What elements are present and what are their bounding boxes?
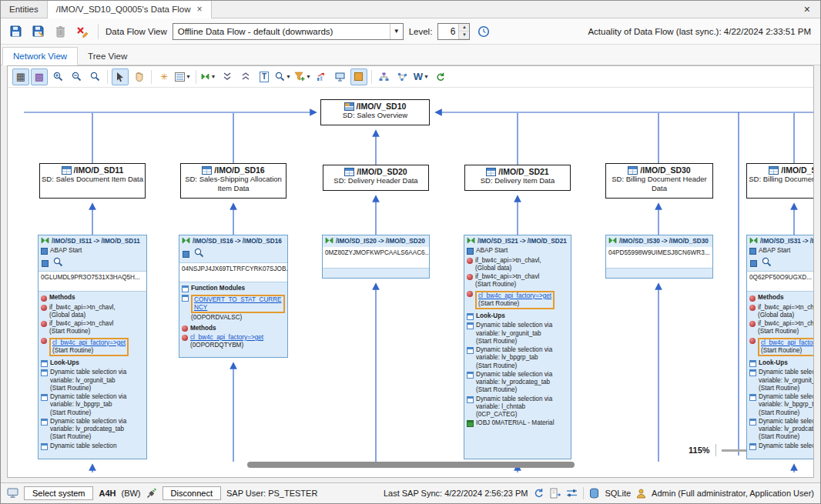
zoom-reset-icon[interactable] [86,68,103,85]
zoom-separator [715,444,716,456]
node-title: /IMO/D_SD31 [781,165,813,175]
data-flow-view-select[interactable]: Offline Data Flow - default (downwards) … [173,23,404,40]
actuality-text: Actuality of Data Flow (last sync.): 4/2… [588,27,814,36]
card-body: Methodsif_bw4c_api=>tn_chavl,(Global dat… [39,292,146,459]
zoom-in-icon[interactable] [49,68,66,85]
text-mode-icon[interactable]: T [256,68,273,85]
delete-icon[interactable] [52,23,69,40]
data-node[interactable]: /IMO/D_SD31SD: Billing Document Item Dat… [746,163,813,199]
chevron-down-icon[interactable]: ▼ [306,74,311,79]
highlight-icon[interactable] [350,68,367,85]
zoom-select-icon[interactable]: ▼ [274,68,292,85]
select-tool-icon[interactable] [112,68,129,85]
code-link[interactable]: CONVERT_TO_STAT_CURRENCY [194,296,282,312]
diagram-canvas[interactable]: 115% /IMO/V_SD10SD: Sales Overview/IMO/D… [8,88,813,477]
chevron-down-icon[interactable]: ▼ [286,74,291,79]
data-node[interactable]: /IMO/D_SD21SD: Delivery Item Data [464,165,571,191]
transformation-card[interactable]: /IMO/SD_IS20 -> /IMO/D_SD200MZ80ZYJMOFKW… [322,235,430,279]
save-as-icon[interactable] [29,23,46,40]
refresh-icon[interactable] [431,68,448,85]
card-item: cl_bw4c_api_factory=>get(Start Routine) [464,289,571,311]
collapse-all-icon[interactable] [219,68,236,85]
data-node[interactable]: /IMO/D_SD30SD: Billing Document Header D… [605,163,713,199]
abap-icon [467,248,474,255]
hierarchy-view-icon[interactable] [376,68,393,85]
word-export-icon[interactable]: W▼ [413,68,430,85]
card-item: if_bw4c_api=>tn_chavl(Start Routine) [464,272,571,289]
abap-routine-icon[interactable] [42,260,49,267]
plug-icon [146,488,157,499]
table-icon [41,394,48,401]
table-icon [749,443,756,450]
transformation-card[interactable]: /IMO/SD_IS16 -> /IMO/D_SD1604NSJPJ4JX69T… [179,235,288,358]
section-header: Function Modules [179,282,287,293]
transformation-card[interactable]: /IMO/SD_IS21 -> /IMO/D_SD21ABAP Startif_… [464,235,571,459]
code-link[interactable]: cl_bw4c_api_factory=>get [761,339,813,347]
discard-changes-icon[interactable] [74,23,91,40]
sap-user-text: SAP User: PS_TESTER [226,489,317,498]
sync-log-icon[interactable] [550,488,561,499]
adso-icon [344,168,354,176]
chevron-down-icon[interactable]: ▼ [210,74,216,79]
sync-time-icon[interactable] [475,23,492,40]
root-node[interactable]: /IMO/V_SD10SD: Sales Overview [320,99,430,125]
card-toolbar [179,247,287,262]
data-node[interactable]: /IMO/D_SD16SD: Sales-Shipping Allocation… [180,163,287,199]
network-graph-icon[interactable] [394,68,411,85]
method-icon [467,274,473,280]
chevron-down-icon[interactable]: ▼ [390,24,403,39]
abap-routine-icon[interactable] [183,251,189,258]
code-link[interactable]: cl_bw4c_api_factory=>get [52,339,126,347]
zoom-out-icon[interactable] [68,68,85,85]
node-title: /IMO/D_SD16 [214,165,264,175]
magnifier-icon[interactable] [194,248,204,260]
level-stepper[interactable]: 6 ▲▼ [437,23,470,40]
tab-entities[interactable]: Entities [1,1,48,18]
sync-refresh-icon[interactable] [533,488,545,499]
layout-list-icon[interactable]: ▼ [174,68,192,85]
magnifier-icon[interactable] [762,257,772,269]
flow-direction-icon[interactable]: ▼ [200,68,217,85]
disconnect-button[interactable]: Disconnect [163,486,221,500]
tab-dataflow[interactable]: /IMO/V_SD10_Q0005's Data Flow × [48,1,212,18]
auto-layout-icon[interactable]: ✳ [156,68,173,85]
data-node[interactable]: /IMO/D_SD11SD: Sales Document Item Data [39,163,146,199]
presentation-icon[interactable] [332,68,349,85]
expand-all-icon[interactable] [237,68,254,85]
code-link[interactable]: cl_bw4c_api_factory=>get [478,292,551,300]
pan-tool-icon[interactable] [130,68,147,85]
card-hash: 04NSJPJ4JX69TLTRFCYRK07SJOB... [179,263,287,282]
table-icon [749,369,756,376]
transformation-card[interactable]: /IMO/SD_IS11 -> /IMO/D_SD11ABAP Start0GL… [38,235,147,459]
card-item: cl_bw4c_api_factory=>get(Start Routine) [39,336,146,358]
transformation-card[interactable]: /IMO/SD_IS31 -> /IMO/D_SD31ABAP Start0Q6… [746,235,813,459]
transformation-card[interactable]: /IMO/SD_IS30 -> /IMO/D_SD3004PD55998W9UI… [605,235,713,279]
method-icon [749,295,756,302]
grid-icon[interactable]: ▦ [12,68,29,85]
impact-analysis-icon[interactable] [313,68,330,85]
code-link[interactable]: cl_bw4c_api_factory=>get [190,334,263,342]
status-bar: Select system A4H (BW) Disconnect SAP Us… [1,482,820,503]
snap-grid-icon[interactable]: ▩ [31,68,48,85]
adso-icon [628,166,638,175]
horizontal-scrollbar[interactable] [247,462,575,468]
node-desc: SD: Sales-Shipping Allocation Item Data [183,175,284,192]
spin-down-icon[interactable]: ▼ [459,32,469,39]
window-close-icon[interactable]: × [794,1,820,18]
filter-icon[interactable]: ▼ [293,68,312,85]
card-header: /IMO/SD_IS16 -> /IMO/D_SD16 [179,235,287,247]
tab-tree-view[interactable]: Tree View [78,48,137,65]
magnifier-icon[interactable] [53,257,63,269]
table-icon [41,419,48,426]
settings-sliders-icon[interactable] [566,489,578,498]
tab-close-icon[interactable]: × [197,5,203,14]
abap-routine-icon[interactable] [750,260,757,267]
tab-network-view[interactable]: Network View [2,47,78,65]
select-system-button[interactable]: Select system [24,486,93,500]
data-node[interactable]: /IMO/D_SD20SD: Delivery Header Data [323,165,429,191]
chevron-down-icon[interactable]: ▼ [186,74,191,79]
chevron-down-icon[interactable]: ▼ [424,74,429,79]
card-header: /IMO/SD_IS31 -> /IMO/D_SD31 [747,235,813,247]
save-icon[interactable] [7,23,24,40]
spin-up-icon[interactable]: ▲ [459,24,469,32]
